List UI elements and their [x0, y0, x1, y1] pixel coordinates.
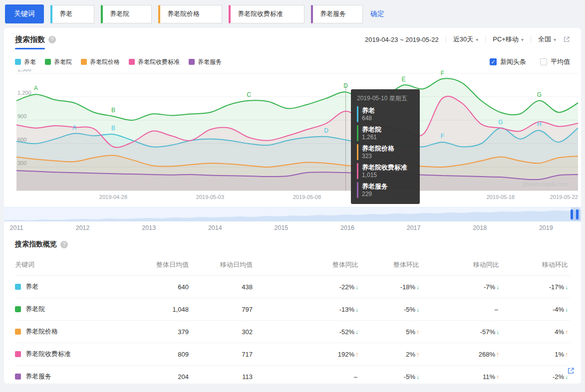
- checkbox-label: 平均值: [551, 57, 570, 66]
- share-link-icon[interactable]: [567, 367, 575, 377]
- overall-avg-cell: 204: [140, 366, 191, 384]
- tooltip-series-value: 229: [362, 191, 388, 198]
- overall-avg-cell: 379: [140, 321, 191, 343]
- legend-item-yanglao[interactable]: 养老: [15, 58, 36, 66]
- keyword-button[interactable]: 关键词: [5, 4, 44, 23]
- pct-value: 268%: [479, 351, 495, 358]
- legend-swatch: [45, 59, 51, 65]
- overall-avg-cell: 640: [140, 276, 191, 298]
- pct-value: -2%: [553, 373, 564, 381]
- col-overall-avg: 整体日均值: [140, 255, 191, 276]
- keyword-input-1[interactable]: 养老: [50, 5, 94, 23]
- keyword-swatch: [15, 329, 21, 335]
- tooltip-series-name: 养老院价格: [362, 144, 394, 153]
- chevron-down-icon: ▾: [521, 37, 524, 42]
- timeline-scrubber[interactable]: [4, 207, 581, 221]
- pct-value: 5%: [406, 328, 415, 336]
- tooltip-series-bar: [357, 125, 358, 141]
- timeline-year: 2019: [539, 224, 553, 231]
- keyword-input-3[interactable]: 养老院价格: [158, 5, 222, 23]
- legend-item-shoufei-biaozhun[interactable]: 养老院收费标准: [129, 58, 180, 66]
- tooltip-series-name: 养老院: [362, 125, 381, 134]
- pct-value: -52%: [339, 328, 354, 336]
- tab-search-index[interactable]: 搜索指数: [15, 28, 45, 51]
- svg-text:D: D: [324, 127, 328, 134]
- svg-text:F: F: [441, 133, 444, 140]
- chart-controls: 2019-04-23 ~ 2019-05-22 近30天 ▾ PC+移动 ▾ 全…: [365, 35, 570, 44]
- confirm-button[interactable]: 确定: [370, 9, 384, 18]
- pct-value: -4%: [553, 306, 564, 313]
- timeline-sparkline: [4, 207, 581, 221]
- legend-swatch: [129, 59, 135, 65]
- region-select[interactable]: 全国 ▾: [538, 35, 556, 44]
- region-select-value: 全国: [538, 35, 551, 44]
- tooltip-series-name: 养老院收费标准: [362, 163, 407, 172]
- legend-row: 养老 养老院 养老院价格 养老院收费标准 养老服务 ✓ 新闻头条 平均值: [4, 51, 581, 68]
- keyword-text: 养老院: [110, 9, 129, 18]
- keyword-swatch: [15, 306, 21, 312]
- svg-text:C: C: [247, 91, 251, 98]
- tooltip-row: 养老院价格 323: [357, 144, 414, 160]
- keyword-cell: 养老服务: [25, 373, 51, 380]
- trend-chart[interactable]: 3006009001,2001,500AABBCDDEFFGGH2019-04-…: [4, 69, 581, 205]
- trend-arrow-icon: ↓: [355, 306, 358, 313]
- table-row: 养老 640 438 -22%↓ -18%↓ -7%↓ -17%↓: [15, 276, 570, 298]
- trend-arrow-icon: ↑: [565, 329, 568, 336]
- divider: [446, 36, 446, 43]
- keyword-input-2[interactable]: 养老院: [101, 5, 152, 23]
- tooltip-series-value: 1,015: [362, 172, 407, 179]
- device-select[interactable]: PC+移动 ▾: [493, 35, 524, 44]
- tooltip-series-bar: [357, 182, 358, 198]
- tooltip-row: 养老 648: [357, 106, 414, 122]
- pct-value: 4%: [555, 328, 564, 336]
- divider: [485, 36, 486, 43]
- svg-text:G: G: [498, 119, 503, 126]
- table-row: 养老院价格 379 302 -52%↓ 5%↑ -57%↓ 4%↑: [15, 321, 570, 343]
- pct-value: 11%: [483, 373, 495, 381]
- timeline-handle-right[interactable]: [576, 209, 579, 219]
- tooltip-series-value: 323: [362, 153, 394, 160]
- timeline-handle-left[interactable]: [571, 209, 573, 219]
- range-select[interactable]: 近30天 ▾: [453, 35, 479, 44]
- trend-chart-svg[interactable]: 3006009001,2001,500AABBCDDEFFGGH2019-04-…: [4, 69, 581, 205]
- svg-text:2019-05-03: 2019-05-03: [196, 194, 224, 200]
- svg-text:A: A: [34, 85, 38, 92]
- svg-text:1,200: 1,200: [17, 90, 31, 96]
- legend-swatch: [81, 59, 87, 65]
- external-link-icon[interactable]: [563, 36, 570, 43]
- panel-header: 搜索指数 ? 2019-04-23 ~ 2019-05-22 近30天 ▾ PC…: [4, 28, 581, 51]
- svg-text:B: B: [111, 125, 115, 132]
- svg-text:H: H: [537, 121, 542, 128]
- svg-text:G: G: [537, 91, 542, 98]
- legend-item-yanglaoyuan-jiage[interactable]: 养老院价格: [81, 58, 120, 66]
- help-icon[interactable]: ?: [48, 36, 56, 43]
- timeline-year: 2014: [208, 224, 222, 231]
- help-icon[interactable]: ?: [60, 241, 68, 248]
- timeline-year: 2018: [473, 224, 487, 231]
- legend-item-yanglaoyuan[interactable]: 养老院: [45, 58, 72, 66]
- pct-value: -22%: [339, 283, 354, 291]
- mobile-avg-cell: 302: [191, 321, 255, 343]
- legend-checkboxes: ✓ 新闻头条 平均值: [490, 57, 570, 66]
- news-headline-checkbox[interactable]: ✓ 新闻头条: [490, 57, 526, 66]
- col-keyword: 关键词: [15, 255, 140, 276]
- average-checkbox[interactable]: 平均值: [540, 57, 570, 66]
- keyword-text: 养老服务: [320, 9, 346, 18]
- keyword-cell: 养老院价格: [25, 328, 58, 335]
- date-range-label: 2019-04-23 ~ 2019-05-22: [365, 36, 439, 43]
- overall-avg-cell: 1,048: [140, 298, 191, 321]
- keyword-swatch: [15, 284, 21, 290]
- timeline-year: 2012: [76, 224, 90, 231]
- range-select-value: 近30天: [453, 35, 473, 44]
- svg-text:E: E: [402, 76, 406, 83]
- keyword-cell: 养老: [25, 283, 38, 290]
- timeline-year: 2015: [274, 224, 288, 231]
- legend-item-yanglao-fuwu[interactable]: 养老服务: [189, 58, 222, 66]
- timeline-year: 2013: [142, 224, 156, 231]
- col-overall-qoq: 整体环比: [360, 255, 421, 276]
- svg-text:@index.baidu.com: @index.baidu.com: [523, 181, 568, 187]
- legend-swatch: [189, 59, 195, 65]
- keyword-input-4[interactable]: 养老院收费标准: [229, 5, 304, 23]
- keyword-input-5[interactable]: 养老服务: [311, 5, 363, 23]
- legend-label: 养老: [24, 58, 36, 66]
